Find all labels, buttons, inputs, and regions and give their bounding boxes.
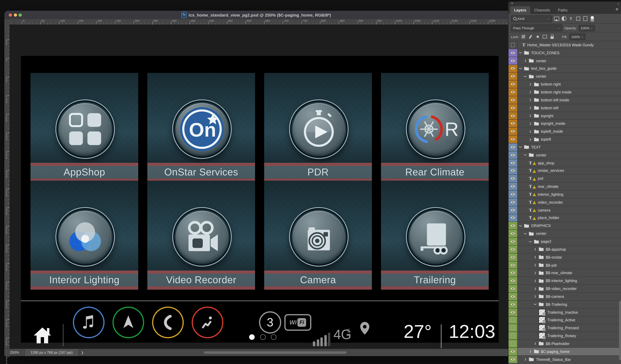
filter-shape-layers-icon[interactable] xyxy=(575,17,581,21)
chevron-right-icon[interactable]: ❯ xyxy=(534,295,537,298)
layer-visibility-eye-icon[interactable] xyxy=(509,183,518,190)
layer-visibility-eye-icon[interactable] xyxy=(509,238,518,245)
layer-name[interactable]: center xyxy=(536,153,546,157)
layer-name[interactable]: center xyxy=(536,74,546,79)
zoom-window-button[interactable] xyxy=(19,13,22,17)
layer-name[interactable]: $B-appshop xyxy=(546,247,566,251)
layer-name[interactable]: prd xyxy=(538,176,543,181)
layer-name[interactable]: $B-pdr xyxy=(546,263,557,267)
layer-name[interactable]: app_shop xyxy=(538,161,554,165)
minimize-window-button[interactable] xyxy=(14,13,17,17)
layer-name[interactable]: $B-rear_climate xyxy=(546,271,572,275)
chevron-down-icon[interactable]: ❯ xyxy=(519,67,522,70)
layer-name[interactable]: topleft_inside xyxy=(541,129,563,134)
layer-name[interactable]: topright_inside xyxy=(541,121,565,126)
layer-visibility-eye-icon[interactable] xyxy=(509,191,518,198)
layer-row-center[interactable]: ❯center xyxy=(509,73,621,81)
lock-position-icon[interactable]: ✥ xyxy=(535,35,540,39)
layer-row-place-holder[interactable]: T!place_holder xyxy=(509,214,621,222)
layer-row-camera[interactable]: T!camera xyxy=(509,206,621,214)
layer-row-home-master-03-13-2016-wade-gundy[interactable]: THome_Master 03/13/2016 Wade Gundy xyxy=(509,41,621,49)
layer-visibility-eye-icon[interactable] xyxy=(509,301,518,308)
layer-visibility-eye-icon[interactable] xyxy=(509,230,518,237)
layer-visibility-eye-icon[interactable] xyxy=(509,222,518,229)
layer-visibility-eye-icon[interactable] xyxy=(509,348,518,355)
layer-visibility-empty[interactable] xyxy=(509,324,518,332)
layer-row-topleft-inside[interactable]: ❯topleft_inside xyxy=(509,128,621,136)
layer-name[interactable]: interior_lighting xyxy=(538,192,563,196)
layer-name[interactable]: bottom left xyxy=(541,105,558,110)
layer-thumbnail[interactable] xyxy=(539,332,545,339)
layer-row-b-pdr[interactable]: ❯$B-pdr xyxy=(509,261,621,269)
layer-row-b-trailering[interactable]: ❯$B-Trailering xyxy=(509,301,621,309)
layer-visibility-eye-icon[interactable] xyxy=(509,104,518,112)
chevron-down-icon[interactable]: ❯ xyxy=(524,75,527,78)
layer-visibility-eye-icon[interactable] xyxy=(509,57,518,64)
chevron-right-icon[interactable]: ❯ xyxy=(534,342,537,345)
layer-name[interactable]: bottom right xyxy=(541,82,561,87)
layer-row-onstar-services[interactable]: T!onstar_services xyxy=(509,167,621,175)
panel-menu-icon[interactable]: ≡ xyxy=(616,7,618,12)
layer-visibility-eye-icon[interactable] xyxy=(509,73,518,80)
layer-visibility-eye-icon[interactable] xyxy=(509,128,518,135)
layer-name[interactable]: $B-video_recorder xyxy=(546,286,577,291)
layer-row-topleft[interactable]: ❯topleft xyxy=(509,136,621,143)
filter-toggle-icon[interactable] xyxy=(590,16,595,22)
layer-visibility-eye-icon[interactable] xyxy=(509,214,518,222)
canvas-pasteboard[interactable]: AppShopOnOnStar ServicesPDRRRear Climate… xyxy=(10,24,508,349)
layer-name[interactable]: place_holder xyxy=(538,216,559,220)
chevron-right-icon[interactable]: ❯ xyxy=(534,256,537,259)
layer-row-b-plaeholder[interactable]: ❯$B-Plaeholder xyxy=(509,340,621,348)
chevron-down-icon[interactable]: ❯ xyxy=(524,154,527,156)
zoom-level-field[interactable]: 250% xyxy=(10,350,19,355)
chevron-down-icon[interactable]: ❯ xyxy=(519,146,522,149)
close-window-button[interactable] xyxy=(9,13,12,17)
filter-type-layers-icon[interactable]: T xyxy=(568,17,573,21)
layer-visibility-eye-icon[interactable] xyxy=(509,293,518,300)
layer-name[interactable]: $B-camera xyxy=(546,294,564,299)
layer-row-center[interactable]: ❯center xyxy=(509,57,621,65)
layer-row-graphics[interactable]: ❯GRAPHICS xyxy=(509,222,621,230)
kind-filter-select[interactable]: Kind⌄ xyxy=(511,15,552,22)
layer-row-b-camera[interactable]: ❯$B-camera xyxy=(509,293,621,301)
layer-name[interactable]: onstar_services xyxy=(538,169,564,173)
canvas-horizontal-scrollbar[interactable] xyxy=(204,351,346,354)
layer-name[interactable]: $B-Plaeholder xyxy=(546,342,570,346)
layer-name[interactable]: TOUCH_ZONES xyxy=(531,51,559,55)
tab-paths[interactable]: Paths xyxy=(554,6,571,14)
lock-paint-icon[interactable] xyxy=(528,35,533,39)
filter-smart-object-icon[interactable] xyxy=(583,16,588,21)
layer-row-topright[interactable]: ❯topright xyxy=(509,112,621,120)
layer-name[interactable]: $C-paging_home xyxy=(541,349,570,354)
layer-visibility-eye-icon[interactable] xyxy=(509,49,518,57)
chevron-down-icon[interactable]: ❯ xyxy=(519,51,522,54)
layer-name[interactable]: video_recorder xyxy=(538,200,563,204)
layer-visibility-empty[interactable] xyxy=(509,340,518,347)
layer-visibility-eye-icon[interactable] xyxy=(509,198,518,206)
layer-row-bottom-left[interactable]: ❯bottom left xyxy=(509,104,621,112)
filter-adjustment-layers-icon[interactable] xyxy=(561,16,566,21)
layer-visibility-empty[interactable] xyxy=(509,41,518,49)
lock-transparency-icon[interactable] xyxy=(521,35,526,38)
layer-row-rear-climate[interactable]: T!rear_climate xyxy=(509,183,621,191)
layer-row-b-rear-climate[interactable]: ❯$B-rear_climate xyxy=(509,269,621,277)
layer-thumbnail[interactable] xyxy=(539,317,545,323)
layer-row-center[interactable]: ❯center xyxy=(509,151,621,159)
layer-visibility-eye-icon[interactable] xyxy=(509,112,518,120)
layer-name[interactable]: center xyxy=(536,58,546,63)
layer-name[interactable]: bottom right inside xyxy=(541,90,571,94)
layer-visibility-eye-icon[interactable] xyxy=(509,151,518,159)
chevron-right-icon[interactable]: ❯ xyxy=(524,59,527,62)
layer-visibility-eye-icon[interactable] xyxy=(509,81,518,88)
layer-name[interactable]: bottom left inside xyxy=(541,98,569,102)
layer-name[interactable]: center xyxy=(536,231,546,236)
layer-visibility-eye-icon[interactable] xyxy=(509,253,518,261)
layer-row-prd[interactable]: T!prd xyxy=(509,175,621,183)
panel-scrollbar[interactable] xyxy=(619,301,621,360)
layer-row-bottom-right-inside[interactable]: ❯bottom right inside xyxy=(509,88,621,96)
layer-visibility-eye-icon[interactable] xyxy=(509,120,518,127)
layer-row-c-paging-home[interactable]: ❯$C-paging_home xyxy=(509,348,621,356)
layer-row-themeb-status-bar[interactable]: ❯ThemeB_Status_Bar xyxy=(509,356,621,363)
layer-visibility-eye-icon[interactable] xyxy=(509,246,518,253)
layer-row-bottom-right[interactable]: ❯bottom right xyxy=(509,81,621,88)
